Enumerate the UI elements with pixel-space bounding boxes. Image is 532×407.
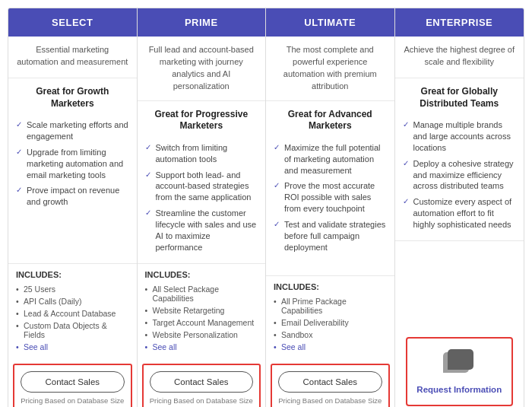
plan-footer-enterprise: Request Information <box>400 331 520 407</box>
include-item: •API Calls (Daily) <box>16 295 129 307</box>
feature-item: ✓Manage multiple brands and large accoun… <box>403 117 517 156</box>
include-item: •Website Personalization <box>145 329 258 341</box>
include-item: •All Prime Package Capabilities <box>274 295 387 316</box>
plan-includes-prime: INCLUDES: •All Select Package Capabiliti… <box>138 263 266 359</box>
plan-target-enterprise: Great for Globally Distributed Teams <box>395 78 524 114</box>
plan-target-select: Great for Growth Marketers <box>8 78 137 114</box>
plan-header-select: SELECT <box>8 8 137 37</box>
plan-col-prime: PRIME Full lead and account-based market… <box>138 8 267 407</box>
plan-features-enterprise: ✓Manage multiple brands and large accoun… <box>395 114 524 240</box>
include-item: •Custom Data Objects & Fields <box>16 320 129 341</box>
feature-item: ✓Maximize the full potential of marketin… <box>274 140 387 179</box>
see-all-link[interactable]: •See all <box>274 341 387 353</box>
includes-label: INCLUDES: <box>16 270 129 279</box>
feature-item: ✓Test and validate strategies before ful… <box>274 217 387 256</box>
feature-item: ✓Upgrade from limiting marketing automat… <box>16 145 129 183</box>
plan-header-ultimate: ULTIMATE <box>266 8 394 37</box>
plan-includes-select: INCLUDES: •25 Users •API Calls (Daily) •… <box>8 263 137 359</box>
feature-item: ✓Prove impact on revenue and growth <box>16 183 129 210</box>
plan-header-prime: PRIME <box>138 8 266 37</box>
pricing-note-ultimate: Pricing Based on Database Size <box>278 396 382 405</box>
includes-label: INCLUDES: <box>145 270 258 279</box>
plan-col-enterprise: ENTERPRISE Achieve the highest degree of… <box>395 8 524 407</box>
feature-item: ✓Scale marketing efforts and engagement <box>16 117 129 145</box>
feature-item: ✓Switch from limiting automation tools <box>145 140 258 167</box>
plan-footer-select: Contact Sales Pricing Based on Database … <box>13 364 132 407</box>
feature-item: ✓Streamline the customer lifecycle with … <box>145 205 258 255</box>
plan-description-enterprise: Achieve the highest degree of scale and … <box>395 37 524 78</box>
see-all-link[interactable]: •See all <box>16 341 129 353</box>
include-item: •Lead & Account Database <box>16 307 129 320</box>
feature-item: ✓Prove the most accurate ROI possible wi… <box>274 178 387 217</box>
plan-features-prime: ✓Switch from limiting automation tools ✓… <box>138 137 266 263</box>
include-item: •Website Retargeting <box>145 304 258 316</box>
feature-item: ✓Deploy a cohesive strategy and maximize… <box>403 156 517 195</box>
feature-item: ✓Support both lead- and account-based st… <box>145 167 258 206</box>
include-item: •Target Account Management <box>145 316 258 329</box>
plan-description-prime: Full lead and account-based marketing wi… <box>138 37 266 101</box>
plan-target-prime: Great for Progressive Marketers <box>138 101 266 137</box>
plan-header-enterprise: ENTERPRISE <box>395 8 524 37</box>
pricing-note-select: Pricing Based on Database Size <box>21 396 124 405</box>
include-item: •All Select Package Capabilities <box>145 283 258 304</box>
contact-sales-button-select[interactable]: Contact Sales <box>21 371 125 393</box>
contact-sales-button-ultimate[interactable]: Contact Sales <box>278 371 382 393</box>
include-item: •Email Deliverability <box>274 316 387 329</box>
plan-description-select: Essential marketing automation and measu… <box>8 37 137 78</box>
chat-icon <box>442 349 477 380</box>
plan-col-ultimate: ULTIMATE The most complete and powerful … <box>266 8 395 407</box>
request-info-label: Request Information <box>416 385 502 394</box>
include-item: •25 Users <box>16 283 129 295</box>
plan-includes-ultimate: INCLUDES: •All Prime Package Capabilitie… <box>266 275 394 359</box>
plan-col-select: SELECT Essential marketing automation an… <box>8 8 138 407</box>
plan-includes-enterprise-empty <box>395 240 524 326</box>
include-item: •Sandbox <box>274 329 387 341</box>
plan-features-select: ✓Scale marketing efforts and engagement … <box>8 114 137 262</box>
contact-sales-button-prime[interactable]: Contact Sales <box>150 371 254 393</box>
plan-description-ultimate: The most complete and powerful experienc… <box>266 37 394 101</box>
pricing-note-prime: Pricing Based on Database Size <box>150 396 253 405</box>
feature-item: ✓Customize every aspect of automation ef… <box>403 194 517 233</box>
plan-footer-ultimate: Contact Sales Pricing Based on Database … <box>271 364 390 407</box>
plan-features-ultimate: ✓Maximize the full potential of marketin… <box>266 137 394 275</box>
includes-label: INCLUDES: <box>274 282 387 291</box>
plan-footer-prime: Contact Sales Pricing Based on Database … <box>142 364 261 407</box>
plan-target-ultimate: Great for Advanced Marketers <box>266 101 394 137</box>
request-information-box[interactable]: Request Information <box>406 337 514 406</box>
see-all-link[interactable]: •See all <box>145 341 258 353</box>
